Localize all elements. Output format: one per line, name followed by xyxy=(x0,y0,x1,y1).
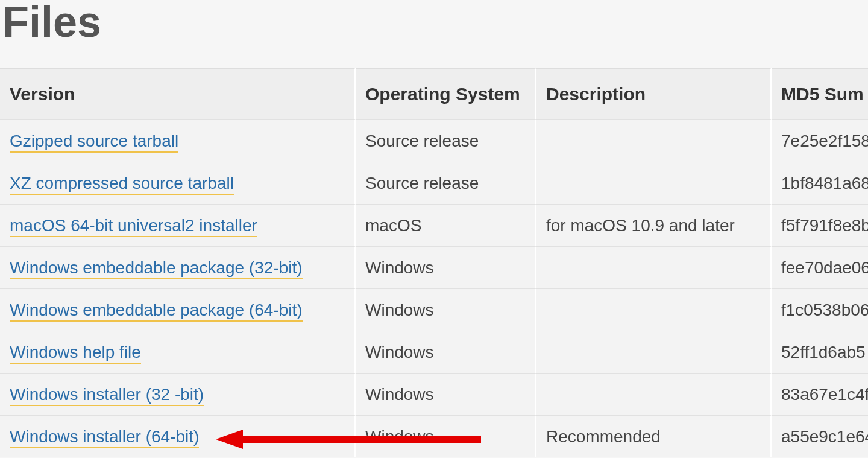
files-heading: Files xyxy=(0,0,868,43)
os-cell: Source release xyxy=(356,162,536,204)
table-header-row: Version Operating System Description MD5… xyxy=(0,68,868,119)
download-link[interactable]: macOS 64-bit universal2 installer xyxy=(10,216,257,237)
table-row: Windows help file Windows 52ff1d6ab5 xyxy=(0,331,868,373)
table-row: Windows embeddable package (32-bit) Wind… xyxy=(0,246,868,288)
download-link[interactable]: Windows help file xyxy=(10,343,141,364)
desc-cell xyxy=(536,373,772,415)
os-cell: macOS xyxy=(356,204,536,246)
table-row: XZ compressed source tarball Source rele… xyxy=(0,162,868,204)
download-link[interactable]: XZ compressed source tarball xyxy=(10,174,234,195)
md5-cell: 1bf8481a68 xyxy=(772,162,868,204)
table-row: Windows embeddable package (64-bit) Wind… xyxy=(0,288,868,331)
files-table: Version Operating System Description MD5… xyxy=(0,68,868,457)
table-row: Windows installer (32 -bit) Windows 83a6… xyxy=(0,373,868,415)
download-link[interactable]: Windows embeddable package (64-bit) xyxy=(10,301,303,322)
download-link[interactable]: Windows installer (32 -bit) xyxy=(10,385,204,406)
desc-cell xyxy=(536,331,772,373)
download-link[interactable]: Windows embeddable package (32-bit) xyxy=(10,258,303,279)
desc-cell: for macOS 10.9 and later xyxy=(536,204,772,246)
download-link[interactable]: Windows installer (64-bit) xyxy=(10,427,199,448)
md5-cell: 52ff1d6ab5 xyxy=(772,331,868,373)
table-row: Windows installer (64-bit) Windows Recom… xyxy=(0,415,868,457)
col-version: Version xyxy=(0,68,356,119)
desc-cell xyxy=(536,246,772,288)
md5-cell: 7e25e2f158 xyxy=(772,119,868,162)
os-cell: Windows xyxy=(356,288,536,331)
os-cell: Windows xyxy=(356,373,536,415)
desc-cell xyxy=(536,288,772,331)
md5-cell: a55e9c1e64 xyxy=(772,415,868,457)
desc-cell xyxy=(536,162,772,204)
os-cell: Source release xyxy=(356,119,536,162)
table-row: macOS 64-bit universal2 installer macOS … xyxy=(0,204,868,246)
col-os: Operating System xyxy=(356,68,536,119)
download-link[interactable]: Gzipped source tarball xyxy=(10,132,178,153)
os-cell: Windows xyxy=(356,246,536,288)
table-row: Gzipped source tarball Source release 7e… xyxy=(0,119,868,162)
md5-cell: 83a67e1c4f xyxy=(772,373,868,415)
md5-cell: f5f791f8e8b xyxy=(772,204,868,246)
md5-cell: f1c0538b06 xyxy=(772,288,868,331)
os-cell: Windows xyxy=(356,415,536,457)
desc-cell xyxy=(536,119,772,162)
os-cell: Windows xyxy=(356,331,536,373)
col-desc: Description xyxy=(536,68,772,119)
md5-cell: fee70dae06 xyxy=(772,246,868,288)
col-md5: MD5 Sum xyxy=(772,68,868,119)
desc-cell: Recommended xyxy=(536,415,772,457)
